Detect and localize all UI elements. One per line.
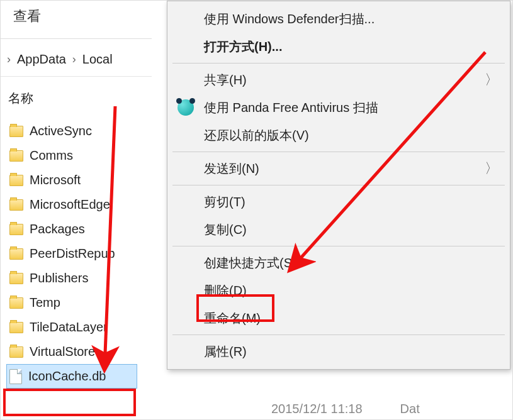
list-item-selected[interactable]: IconCache.db (6, 364, 137, 389)
chevron-right-icon: 〉 (485, 159, 499, 178)
folder-icon (9, 126, 23, 137)
file-label: MicrosoftEdge (30, 197, 110, 212)
menu-item-restore-previous[interactable]: 还原以前的版本(V) (167, 121, 510, 149)
menu-item-delete[interactable]: 删除(D) (167, 277, 510, 304)
menu-item-label: 剪切(T) (204, 194, 245, 211)
view-tab[interactable]: 查看 (7, 4, 47, 28)
list-item[interactable]: Packages (8, 217, 140, 241)
file-label: Temp (30, 296, 60, 310)
status-col-date: Dat (400, 402, 420, 416)
menu-separator (172, 63, 505, 64)
menu-separator (172, 246, 505, 246)
list-item[interactable]: TileDataLayer (8, 315, 140, 340)
menu-item-cut[interactable]: 剪切(T) (167, 188, 510, 216)
list-item[interactable]: MicrosoftEdge (8, 192, 140, 217)
menu-item-open-with[interactable]: 打开方式(H)... (167, 33, 510, 60)
file-label: Packages (30, 222, 85, 236)
status-bar: 2015/12/1 11:18 Dat (271, 402, 420, 416)
divider (1, 76, 152, 77)
folder-icon (9, 224, 23, 235)
file-list: ActiveSync Comms Microsoft MicrosoftEdge… (8, 119, 140, 389)
menu-item-create-shortcut[interactable]: 创建快捷方式(S) (167, 249, 510, 277)
file-label: TileDataLayer (30, 320, 108, 334)
chevron-right-icon: 〉 (485, 70, 499, 89)
breadcrumb-local[interactable]: Local (82, 52, 113, 67)
menu-item-label: 共享(H) (204, 72, 247, 89)
menu-item-label: 重命名(M) (204, 310, 261, 327)
folder-icon (9, 273, 23, 284)
menu-item-share[interactable]: 共享(H) 〉 (167, 66, 510, 94)
file-label: Publishers (30, 271, 88, 285)
menu-item-defender-scan[interactable]: 使用 Windows Defender扫描... (167, 5, 510, 33)
menu-item-properties[interactable]: 属性(R) (167, 338, 510, 365)
folder-icon (9, 199, 23, 211)
file-label: ActiveSync (30, 124, 92, 138)
column-header-label: 名称 (8, 91, 33, 105)
menu-item-label: 发送到(N) (204, 160, 259, 177)
menu-item-rename[interactable]: 重命名(M) (167, 304, 510, 332)
breadcrumb[interactable]: › AppData › Local (7, 52, 113, 67)
list-item[interactable]: Microsoft (8, 168, 140, 192)
menu-item-panda-scan[interactable]: 使用 Panda Free Antivirus 扫描 (167, 94, 510, 121)
context-menu: 使用 Windows Defender扫描... 打开方式(H)... 共享(H… (167, 1, 510, 370)
view-tab-label: 查看 (13, 8, 41, 24)
divider (1, 38, 152, 39)
list-item[interactable]: Temp (8, 290, 140, 315)
folder-icon (9, 150, 23, 162)
menu-item-send-to[interactable]: 发送到(N) 〉 (167, 155, 510, 182)
menu-separator (172, 152, 505, 152)
file-label: Microsoft (30, 173, 81, 187)
file-label: Comms (30, 148, 73, 163)
folder-icon (9, 322, 23, 333)
status-date: 2015/12/1 11:18 (271, 402, 363, 416)
list-item[interactable]: PeerDistRepub (8, 241, 140, 266)
menu-separator (172, 185, 505, 185)
list-item[interactable]: Comms (8, 143, 140, 168)
panda-icon (178, 99, 194, 116)
menu-item-label: 删除(D) (204, 282, 247, 299)
menu-separator (172, 334, 505, 335)
list-item[interactable]: ActiveSync (8, 119, 140, 143)
menu-item-label: 使用 Windows Defender扫描... (204, 11, 375, 28)
folder-icon (9, 297, 23, 309)
file-icon (9, 369, 22, 384)
menu-item-label: 还原以前的版本(V) (204, 127, 309, 144)
breadcrumb-appdata[interactable]: AppData (17, 52, 66, 67)
folder-icon (9, 346, 23, 358)
menu-item-label: 打开方式(H)... (204, 38, 282, 55)
list-item[interactable]: Publishers (8, 266, 140, 290)
chevron-right-icon: › (7, 53, 11, 66)
chevron-right-icon: › (72, 53, 76, 66)
file-label: IconCache.db (28, 369, 106, 384)
menu-item-label: 创建快捷方式(S) (204, 255, 296, 272)
menu-item-copy[interactable]: 复制(C) (167, 216, 510, 243)
file-label: PeerDistRepub (30, 246, 115, 261)
column-header-name[interactable]: 名称 (8, 90, 33, 107)
menu-item-label: 复制(C) (204, 221, 247, 238)
folder-icon (9, 248, 23, 260)
menu-item-label: 属性(R) (204, 343, 247, 360)
folder-icon (9, 175, 23, 186)
menu-item-label: 使用 Panda Free Antivirus 扫描 (204, 99, 378, 116)
list-item[interactable]: VirtualStore (8, 340, 140, 364)
annotation-highlight-file (3, 389, 136, 416)
file-label: VirtualStore (30, 345, 95, 359)
